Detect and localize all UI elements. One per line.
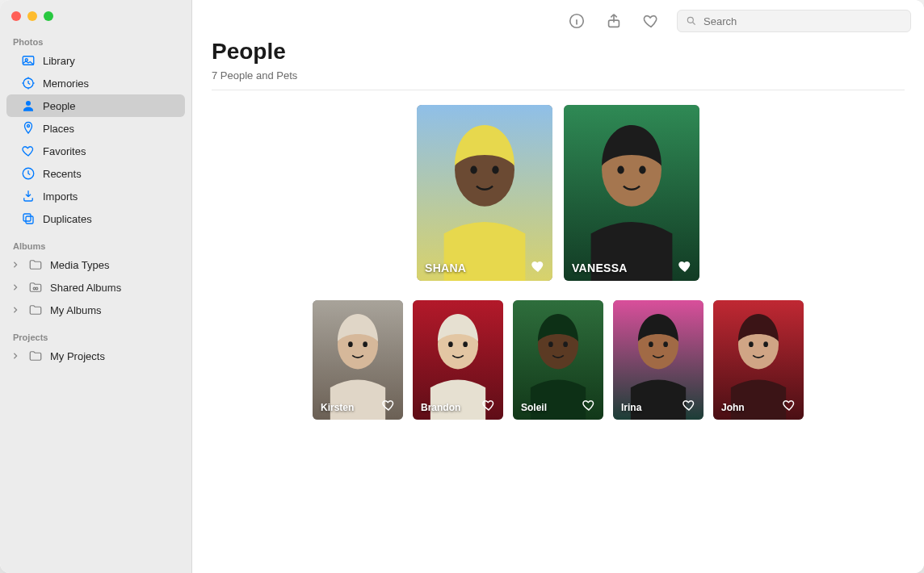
svg-point-27 [448, 341, 453, 347]
svg-point-3 [26, 101, 31, 106]
svg-point-32 [563, 341, 568, 347]
toolbar [192, 0, 924, 42]
favorite-heart-icon[interactable] [530, 258, 546, 274]
sidebar-item-label: Recents [43, 168, 82, 180]
sidebar-item-label: Favorites [43, 145, 86, 157]
sidebar-item-label: Places [43, 123, 74, 135]
sidebar-item-label: Shared Albums [50, 282, 121, 294]
window-controls [0, 8, 191, 34]
info-button[interactable] [565, 10, 588, 32]
person-name: John [721, 402, 745, 413]
sidebar-item-shared-albums[interactable]: Shared Albums [0, 276, 191, 299]
close-window-button[interactable] [11, 11, 21, 21]
sidebar-item-label: Memories [43, 77, 89, 90]
person-card[interactable]: Soleil [513, 300, 603, 420]
search-icon [684, 14, 699, 28]
favorite-heart-icon[interactable] [677, 258, 693, 274]
shared-folder-icon [28, 280, 43, 295]
search-input[interactable] [704, 15, 904, 27]
sidebar-item-my-projects[interactable]: My Projects [0, 345, 191, 367]
person-name: Irina [621, 402, 641, 413]
svg-point-15 [470, 165, 477, 174]
favorite-heart-icon[interactable] [380, 397, 397, 413]
folder-icon [28, 257, 43, 272]
sidebar-item-library[interactable]: Library [0, 49, 191, 72]
person-card[interactable]: SHANA [417, 105, 552, 281]
favorite-heart-icon[interactable] [681, 397, 697, 413]
svg-point-28 [463, 341, 468, 347]
folder-icon [28, 303, 43, 317]
svg-point-20 [639, 165, 645, 174]
duplicates-icon [21, 211, 36, 226]
svg-point-36 [663, 341, 668, 347]
chevron-right-icon [11, 353, 19, 359]
sidebar-section-projects-title: Projects [0, 329, 191, 345]
person-card[interactable]: Irina [613, 300, 704, 420]
svg-point-9 [36, 287, 38, 290]
content-area: People 7 People and Pets SHANA [192, 42, 924, 439]
sidebar-item-label: Duplicates [43, 213, 92, 225]
app-window: Photos Library Memories People Places [0, 0, 924, 573]
person-card[interactable]: VANESSA [564, 105, 699, 281]
person-name: Soleil [521, 402, 547, 413]
sidebar-item-label: Library [43, 55, 75, 67]
svg-point-12 [687, 17, 693, 23]
places-icon [21, 121, 36, 136]
svg-point-40 [763, 341, 768, 347]
sidebar-item-label: People [43, 100, 75, 112]
people-row: Kirsten Brandon Soleil [212, 300, 905, 420]
sidebar: Photos Library Memories People Places [0, 0, 192, 573]
person-name: Brandon [421, 402, 460, 413]
favorite-button[interactable] [640, 10, 662, 32]
sidebar-item-imports[interactable]: Imports [0, 185, 191, 207]
svg-point-16 [492, 165, 498, 174]
svg-point-19 [617, 165, 624, 174]
sidebar-item-recents[interactable]: Recents [0, 162, 191, 185]
page-title: People [212, 42, 905, 65]
sidebar-item-label: My Albums [50, 304, 102, 316]
sidebar-section-photos-title: Photos [0, 34, 191, 49]
search-box[interactable] [677, 10, 911, 32]
favorites-row: SHANA VANESSA [212, 105, 905, 281]
main-content: People 7 People and Pets SHANA [192, 0, 924, 573]
sidebar-item-favorites[interactable]: Favorites [0, 140, 191, 162]
sidebar-item-label: Imports [43, 190, 78, 203]
chevron-right-icon [11, 261, 19, 268]
sidebar-item-label: Media Types [50, 259, 109, 271]
favorites-icon [21, 144, 36, 158]
favorite-heart-icon[interactable] [781, 397, 797, 413]
svg-point-23 [348, 341, 353, 347]
person-card[interactable]: Brandon [413, 300, 503, 420]
favorite-heart-icon[interactable] [581, 397, 597, 413]
svg-rect-7 [26, 216, 33, 224]
person-name: SHANA [425, 261, 466, 274]
sidebar-item-label: My Projects [50, 350, 105, 362]
page-subtitle: 7 People and Pets [212, 65, 905, 90]
person-card[interactable]: Kirsten [313, 300, 403, 420]
library-icon [21, 53, 36, 68]
svg-point-39 [749, 341, 754, 347]
chevron-right-icon [11, 284, 19, 291]
sidebar-item-people[interactable]: People [6, 94, 185, 117]
sidebar-item-media-types[interactable]: Media Types [0, 253, 191, 276]
minimize-window-button[interactable] [27, 11, 37, 21]
svg-point-24 [363, 341, 368, 347]
sidebar-item-memories[interactable]: Memories [0, 72, 191, 94]
sidebar-item-places[interactable]: Places [0, 117, 191, 140]
person-name: Kirsten [321, 402, 354, 413]
folder-icon [28, 349, 43, 363]
share-button[interactable] [603, 10, 625, 32]
svg-point-8 [33, 287, 36, 290]
person-card[interactable]: John [713, 300, 804, 420]
svg-point-35 [649, 341, 653, 347]
chevron-right-icon [11, 307, 19, 313]
favorite-heart-icon[interactable] [481, 397, 497, 413]
svg-point-31 [548, 341, 553, 347]
sidebar-item-duplicates[interactable]: Duplicates [0, 207, 191, 230]
svg-point-4 [27, 125, 30, 128]
imports-icon [21, 189, 36, 203]
sidebar-item-my-albums[interactable]: My Albums [0, 299, 191, 321]
people-icon [21, 98, 36, 113]
sidebar-section-albums-title: Albums [0, 238, 191, 253]
fullscreen-window-button[interactable] [44, 11, 53, 21]
